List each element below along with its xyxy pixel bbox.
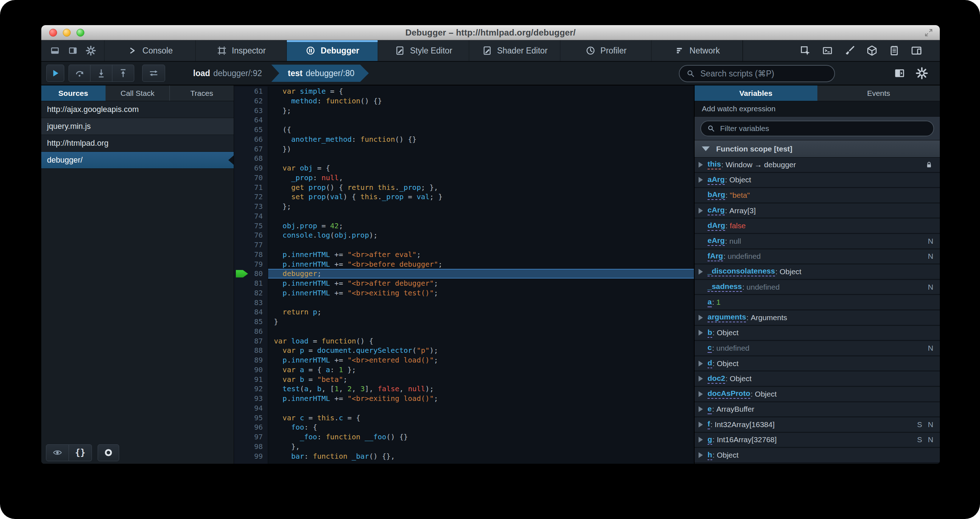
- gutter-line-68[interactable]: 68: [234, 154, 268, 163]
- gutter-line-85[interactable]: 85: [234, 317, 268, 326]
- variable-row[interactable]: aArg:Object: [695, 173, 940, 188]
- expand-triangle-icon[interactable]: [698, 361, 703, 366]
- close-button[interactable]: [49, 29, 57, 37]
- gutter-line-91[interactable]: 91: [234, 375, 268, 384]
- gutter-line-67[interactable]: 67: [234, 144, 268, 154]
- variable-row[interactable]: this:Window → debugger: [695, 158, 940, 173]
- dock-bottom-button[interactable]: [48, 44, 61, 57]
- variable-row[interactable]: g:Int16Array[32768]SN: [695, 433, 940, 448]
- blackbox-source-button[interactable]: [46, 444, 69, 461]
- responsive-mode-button[interactable]: [910, 44, 923, 57]
- gutter-line-66[interactable]: 66: [234, 135, 268, 144]
- gutter-line-63[interactable]: 63: [234, 106, 268, 116]
- zoom-button[interactable]: [76, 29, 84, 37]
- variable-row[interactable]: _sadness:undefinedN: [695, 280, 940, 295]
- variable-row[interactable]: h:Object: [695, 448, 940, 463]
- tab-style-editor[interactable]: Style Editor: [378, 40, 469, 61]
- scratchpad-button[interactable]: [888, 44, 901, 57]
- paintbrush-button[interactable]: [843, 44, 856, 57]
- tab-inspector[interactable]: Inspector: [196, 40, 287, 61]
- variable-row[interactable]: cArg:Array[3]: [695, 204, 940, 219]
- pick-element-button[interactable]: [799, 44, 812, 57]
- variable-row[interactable]: bArg:"beta": [695, 188, 940, 204]
- gutter-line-77[interactable]: 77: [234, 240, 268, 250]
- filter-variables-input[interactable]: [719, 124, 928, 133]
- expand-triangle-icon[interactable]: [698, 437, 703, 443]
- tab-console[interactable]: Console: [105, 40, 196, 61]
- gutter-line-76[interactable]: 76: [234, 231, 268, 240]
- tab-network[interactable]: Network: [652, 40, 743, 61]
- source-item[interactable]: http://htmlpad.org: [41, 135, 234, 152]
- gutter-line-79[interactable]: 79: [234, 260, 268, 269]
- gutter-line-75[interactable]: 75: [234, 221, 268, 231]
- expand-triangle-icon[interactable]: [698, 422, 703, 427]
- gutter-line-71[interactable]: 71: [234, 183, 268, 193]
- expand-triangle-icon[interactable]: [698, 330, 703, 336]
- gutter-line-73[interactable]: 73: [234, 202, 268, 212]
- gutter-line-86[interactable]: 86: [234, 326, 268, 336]
- variable-row[interactable]: d:Object: [695, 357, 940, 372]
- expand-triangle-icon[interactable]: [698, 162, 703, 168]
- gutter-line-82[interactable]: 82: [234, 288, 268, 298]
- panel-toggle-button[interactable]: [893, 67, 906, 80]
- gutter-line-95[interactable]: 95: [234, 413, 268, 423]
- gutter-line-74[interactable]: 74: [234, 212, 268, 221]
- dock-side-button[interactable]: [67, 44, 80, 57]
- tab-profiler[interactable]: Profiler: [560, 40, 652, 61]
- source-item[interactable]: debugger/: [41, 152, 234, 169]
- variable-row[interactable]: arguments:Arguments: [695, 310, 940, 326]
- resume-button[interactable]: [46, 65, 64, 82]
- gutter-line-94[interactable]: 94: [234, 403, 268, 413]
- tracer-button[interactable]: [142, 65, 165, 82]
- step-in-button[interactable]: [91, 65, 112, 82]
- step-over-button[interactable]: [68, 65, 91, 82]
- source-editor[interactable]: 6162636465666768697071727374757677787980…: [234, 86, 694, 464]
- expand-triangle-icon[interactable]: [698, 315, 703, 320]
- gutter-line-62[interactable]: 62: [234, 96, 268, 106]
- gutter-line-92[interactable]: 92: [234, 384, 268, 394]
- debugger-settings-button[interactable]: [915, 67, 928, 80]
- variables-tab-variables[interactable]: Variables: [695, 86, 818, 101]
- gutter-line-72[interactable]: 72: [234, 192, 268, 202]
- resize-icon[interactable]: [924, 28, 933, 37]
- gutter-line-69[interactable]: 69: [234, 163, 268, 173]
- variable-row[interactable]: doc2:Object: [695, 371, 940, 387]
- expand-triangle-icon[interactable]: [698, 391, 703, 397]
- tab-shader-editor[interactable]: Shader Editor: [469, 40, 560, 61]
- variable-row[interactable]: dArg:false: [695, 218, 940, 234]
- expand-triangle-icon[interactable]: [698, 208, 703, 213]
- gutter-line-90[interactable]: 90: [234, 365, 268, 375]
- minimize-button[interactable]: [63, 29, 71, 37]
- tilt-3d-button[interactable]: [865, 44, 879, 57]
- breadcrumb-frame-0[interactable]: loaddebugger/:92: [184, 65, 271, 82]
- search-scripts-input[interactable]: [700, 68, 828, 79]
- gutter-line-78[interactable]: 78: [234, 250, 268, 260]
- gutter-line-89[interactable]: 89: [234, 355, 268, 365]
- expand-triangle-icon[interactable]: [698, 269, 703, 275]
- gutter-line-70[interactable]: 70: [234, 173, 268, 183]
- gutter-line-80[interactable]: 80: [234, 269, 268, 279]
- scope-header[interactable]: Function scope [test]: [695, 140, 940, 158]
- gutter-line-93[interactable]: 93: [234, 394, 268, 403]
- gutter-line-88[interactable]: 88: [234, 345, 268, 355]
- expand-triangle-icon[interactable]: [698, 452, 703, 458]
- toolbox-settings-button[interactable]: [84, 44, 97, 57]
- gutter-line-83[interactable]: 83: [234, 298, 268, 307]
- gutter-line-97[interactable]: 97: [234, 432, 268, 442]
- pretty-print-button[interactable]: {}: [69, 444, 92, 461]
- gutter-line-64[interactable]: 64: [234, 115, 268, 125]
- variable-row[interactable]: c:undefinedN: [695, 341, 940, 357]
- variables-tab-events[interactable]: Events: [818, 86, 940, 101]
- variable-row[interactable]: eArg:nullN: [695, 234, 940, 250]
- variable-row[interactable]: fArg:undefinedN: [695, 250, 940, 265]
- step-out-button[interactable]: [112, 65, 134, 82]
- expand-triangle-icon[interactable]: [698, 177, 703, 183]
- variable-row[interactable]: b:Object: [695, 326, 940, 341]
- sources-tab-traces[interactable]: Traces: [170, 86, 234, 101]
- tab-debugger[interactable]: Debugger: [287, 40, 378, 61]
- expand-triangle-icon[interactable]: [698, 376, 703, 382]
- toggle-breakpoints-button[interactable]: [98, 444, 119, 461]
- variable-row[interactable]: f:Int32Array[16384]SN: [695, 417, 940, 433]
- gutter-line-65[interactable]: 65: [234, 125, 268, 135]
- variable-row[interactable]: a:1: [695, 295, 940, 310]
